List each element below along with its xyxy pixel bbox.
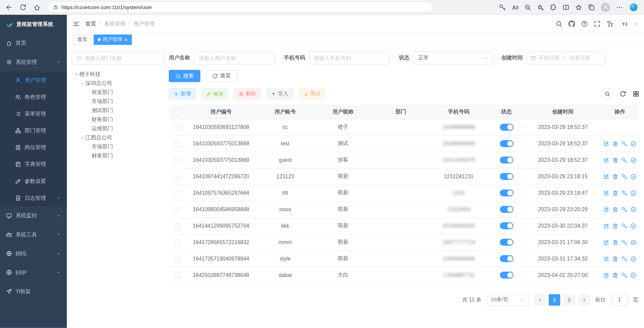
reset-password-icon[interactable]	[622, 239, 627, 245]
row-checkbox[interactable]	[175, 256, 180, 262]
sidebar-item-dept[interactable]: 部门管理	[0, 122, 67, 139]
edit-icon[interactable]	[603, 223, 609, 229]
tree-node[interactable]: 测试部门	[72, 106, 165, 115]
tree-node[interactable]: 运维部门	[72, 124, 165, 133]
delete-icon[interactable]	[612, 256, 618, 262]
assign-role-icon[interactable]	[631, 141, 636, 147]
edit-icon[interactable]	[603, 206, 609, 212]
sidebar-item-erp[interactable]: ERP	[0, 263, 67, 282]
delete-icon[interactable]	[612, 157, 618, 163]
tree-node[interactable]: 市场部门	[72, 97, 165, 106]
row-checkbox[interactable]	[175, 272, 180, 278]
browser-back-icon[interactable]	[6, 4, 12, 11]
app-logo[interactable]: 意框架管理系统	[0, 15, 67, 34]
tree-node[interactable]: ▾橙子科技	[72, 70, 165, 79]
sidebar-item-monitor[interactable]: 系统监控	[0, 206, 67, 225]
tree-node[interactable]: 财务部门	[72, 115, 165, 124]
browser-profile-avatar[interactable]	[601, 3, 610, 12]
assign-role-icon[interactable]	[631, 206, 636, 212]
favorites-icon[interactable]	[576, 4, 582, 11]
delete-icon[interactable]	[612, 206, 618, 212]
delete-icon[interactable]	[612, 223, 618, 229]
edit-icon[interactable]	[603, 174, 609, 179]
assign-role-icon[interactable]	[631, 223, 636, 229]
reset-password-icon[interactable]	[622, 223, 627, 229]
status-toggle[interactable]	[500, 222, 513, 229]
reset-password-icon[interactable]	[622, 157, 627, 163]
sidebar-item-tools[interactable]: 系统工具	[0, 225, 67, 244]
date-range-picker[interactable]: 开始日期 - 结束日期	[527, 51, 606, 64]
reset-password-icon[interactable]	[622, 190, 627, 196]
sidebar-item-bbs[interactable]: BBS	[0, 244, 67, 263]
row-checkbox[interactable]	[175, 239, 180, 245]
edit-icon[interactable]	[603, 141, 609, 147]
assign-role-icon[interactable]	[631, 239, 636, 245]
tab-user[interactable]: 用户管理×	[94, 34, 132, 45]
reset-password-icon[interactable]	[622, 141, 627, 147]
row-checkbox[interactable]	[175, 125, 180, 130]
refresh-button[interactable]	[620, 91, 626, 97]
reset-password-icon[interactable]	[622, 256, 627, 262]
breadcrumb-item[interactable]: 系统管理	[104, 20, 126, 27]
status-toggle[interactable]	[500, 124, 513, 131]
lock-icon[interactable]	[53, 4, 58, 10]
password-key-icon[interactable]	[499, 4, 506, 11]
row-checkbox[interactable]	[175, 190, 180, 196]
tab-home[interactable]: 首页	[73, 34, 91, 45]
search-icon[interactable]	[556, 20, 562, 27]
delete-icon[interactable]	[612, 174, 618, 179]
user-avatar[interactable]: YJ	[620, 18, 630, 29]
import-button[interactable]: 导入	[266, 88, 293, 99]
fullscreen-icon[interactable]	[594, 20, 601, 27]
reset-password-icon[interactable]	[622, 174, 627, 179]
delete-icon[interactable]	[612, 141, 618, 147]
extensions-icon[interactable]	[550, 4, 557, 11]
browser-refresh-icon[interactable]	[20, 4, 27, 11]
next-page-button[interactable]	[578, 294, 590, 306]
collections-icon[interactable]	[588, 4, 595, 11]
select-all-checkbox[interactable]	[175, 109, 180, 115]
row-checkbox[interactable]	[175, 141, 180, 147]
tree-node[interactable]: ▾深圳总公司	[72, 79, 165, 88]
tree-node[interactable]: ▾江西总公司	[72, 133, 165, 142]
add-favorite-icon[interactable]	[537, 4, 544, 11]
sidebar-item-post[interactable]: 岗位管理	[0, 139, 67, 156]
edit-icon[interactable]	[603, 256, 609, 262]
goto-page-input[interactable]	[611, 294, 628, 306]
search-button[interactable]: 搜索	[169, 70, 200, 82]
sidebar-item-system[interactable]: 系统管理	[0, 53, 67, 72]
status-toggle[interactable]	[500, 271, 513, 278]
status-toggle[interactable]	[500, 189, 513, 196]
chevron-down-icon[interactable]	[634, 21, 638, 26]
browser-menu-icon[interactable]	[616, 4, 623, 11]
edit-icon[interactable]	[603, 190, 609, 196]
prev-page-button[interactable]	[534, 294, 545, 306]
delete-icon[interactable]	[612, 190, 618, 196]
add-button[interactable]: 新增	[169, 88, 196, 99]
collapse-sidebar-icon[interactable]	[73, 20, 80, 27]
grid-button[interactable]	[633, 91, 639, 97]
row-checkbox[interactable]	[175, 157, 180, 163]
help-icon[interactable]	[581, 20, 588, 27]
reset-password-icon[interactable]	[622, 272, 627, 278]
row-checkbox[interactable]	[175, 174, 180, 179]
status-toggle[interactable]	[500, 255, 513, 262]
tree-node[interactable]: 财务部门	[72, 151, 165, 160]
username-input[interactable]	[194, 51, 275, 64]
sidebar-item-log[interactable]: 日志管理	[0, 189, 67, 206]
assign-role-icon[interactable]	[631, 272, 636, 278]
status-toggle[interactable]	[500, 239, 513, 246]
github-icon[interactable]	[568, 20, 575, 27]
sidebar-item-user[interactable]: 用户管理	[0, 72, 67, 88]
status-toggle[interactable]	[500, 173, 513, 180]
export-button[interactable]: 导出	[299, 88, 326, 99]
assign-role-icon[interactable]	[631, 157, 636, 163]
read-aloud-icon[interactable]	[512, 4, 518, 11]
reset-button[interactable]: 重置	[206, 70, 237, 82]
edit-button[interactable]: 修改	[201, 88, 229, 99]
search-toggle-button[interactable]	[602, 88, 613, 99]
zoom-out-icon[interactable]	[525, 4, 531, 11]
edit-icon[interactable]	[603, 239, 609, 245]
sidebar-item-yi[interactable]: Yi框架	[0, 282, 67, 301]
font-size-icon[interactable]	[607, 20, 613, 27]
